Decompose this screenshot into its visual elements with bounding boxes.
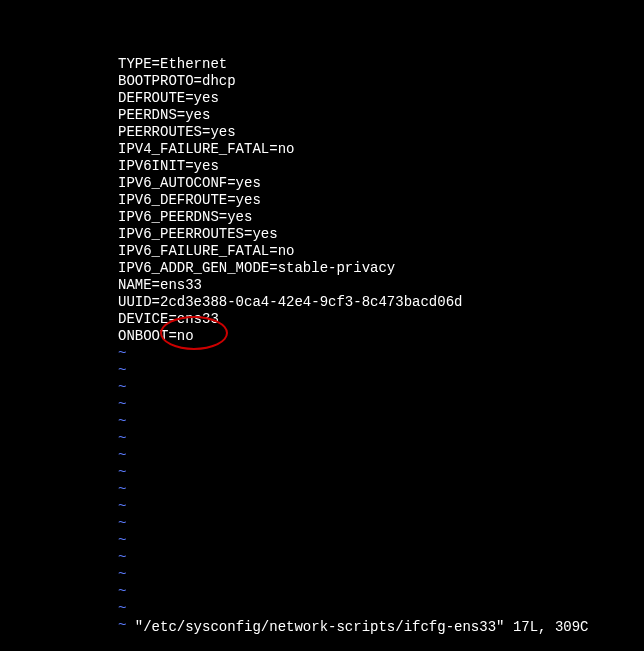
status-filename: "/etc/sysconfig/network-scripts/ifcfg-en… (135, 619, 505, 635)
config-line: PEERROUTES=yes (118, 124, 644, 141)
config-line: DEVICE=ens33 (118, 311, 644, 328)
empty-line-marker: ~ (118, 566, 644, 583)
vi-status-line: "/etc/sysconfig/network-scripts/ifcfg-en… (118, 603, 589, 635)
config-line: IPV6_DEFROUTE=yes (118, 192, 644, 209)
config-line: TYPE=Ethernet (118, 56, 644, 73)
status-info: 17L, 309C (513, 619, 589, 635)
empty-line-marker: ~ (118, 447, 644, 464)
config-content: TYPE=EthernetBOOTPROTO=dhcpDEFROUTE=yesP… (118, 56, 644, 345)
config-line: IPV6_ADDR_GEN_MODE=stable-privacy (118, 260, 644, 277)
config-line: UUID=2cd3e388-0ca4-42e4-9cf3-8c473bacd06… (118, 294, 644, 311)
empty-lines: ~~~~~~~~~~~~~~~~~ (118, 345, 644, 634)
empty-line-marker: ~ (118, 549, 644, 566)
config-line: PEERDNS=yes (118, 107, 644, 124)
empty-line-marker: ~ (118, 481, 644, 498)
config-line: IPV6_AUTOCONF=yes (118, 175, 644, 192)
empty-line-marker: ~ (118, 532, 644, 549)
empty-line-marker: ~ (118, 430, 644, 447)
config-line: ONBOOT=no (118, 328, 644, 345)
empty-line-marker: ~ (118, 515, 644, 532)
empty-line-marker: ~ (118, 379, 644, 396)
config-line: IPV6_PEERROUTES=yes (118, 226, 644, 243)
config-line: IPV6_FAILURE_FATAL=no (118, 243, 644, 260)
config-line: DEFROUTE=yes (118, 90, 644, 107)
empty-line-marker: ~ (118, 345, 644, 362)
config-line: IPV6_PEERDNS=yes (118, 209, 644, 226)
config-line: IPV6INIT=yes (118, 158, 644, 175)
vi-editor[interactable]: TYPE=EthernetBOOTPROTO=dhcpDEFROUTE=yesP… (0, 0, 644, 634)
empty-line-marker: ~ (118, 464, 644, 481)
config-line: IPV4_FAILURE_FATAL=no (118, 141, 644, 158)
config-line: BOOTPROTO=dhcp (118, 73, 644, 90)
config-line: NAME=ens33 (118, 277, 644, 294)
empty-line-marker: ~ (118, 583, 644, 600)
empty-line-marker: ~ (118, 413, 644, 430)
empty-line-marker: ~ (118, 498, 644, 515)
empty-line-marker: ~ (118, 396, 644, 413)
empty-line-marker: ~ (118, 362, 644, 379)
